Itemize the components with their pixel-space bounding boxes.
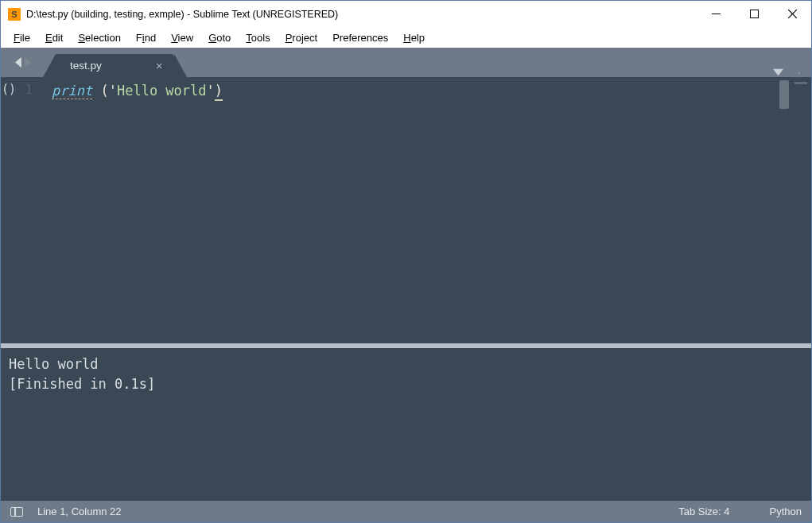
output-line: Hello world	[9, 356, 99, 372]
app-icon: S	[8, 8, 21, 21]
svg-rect-1	[750, 10, 758, 18]
fold-gutter[interactable]: ()	[1, 77, 17, 343]
window-title: D:\test.py (building, testing, exmple) -…	[26, 9, 697, 20]
menu-help[interactable]: Help	[396, 29, 432, 46]
nav-next-icon	[24, 57, 31, 68]
window-controls	[697, 1, 811, 27]
editor-scrollbar[interactable]	[779, 77, 790, 343]
menu-view[interactable]: View	[164, 29, 200, 46]
svg-marker-4	[15, 57, 21, 68]
tab-strip: test.py × ·	[1, 48, 811, 77]
tabs-dropdown-icon[interactable]	[773, 68, 783, 76]
token-paren-open: (	[100, 83, 108, 99]
line-number-gutter[interactable]: 1	[17, 77, 41, 343]
minimap[interactable]	[792, 77, 811, 343]
code-area[interactable]: print ('Hello world')	[41, 77, 779, 343]
tab-close-icon[interactable]: ×	[156, 60, 163, 72]
tab-test-py[interactable]: test.py ×	[56, 54, 174, 77]
output-line: [Finished in 0.1s]	[9, 376, 155, 392]
minimize-button[interactable]	[697, 1, 735, 27]
tab-nav-arrows[interactable]	[1, 48, 45, 77]
status-tab-size[interactable]: Tab Size: 4	[678, 506, 729, 517]
minimap-line	[795, 82, 807, 84]
nav-prev-icon	[15, 57, 22, 68]
token-quote: '	[207, 83, 215, 99]
menu-project[interactable]: Project	[278, 29, 324, 46]
menu-tools[interactable]: Tools	[239, 29, 277, 46]
maximize-button[interactable]	[735, 1, 773, 27]
titlebar[interactable]: S D:\test.py (building, testing, exmple)…	[1, 1, 811, 27]
menu-goto[interactable]: Goto	[201, 29, 238, 46]
menubar: File Edit Selection Find View Goto Tools…	[1, 27, 811, 48]
line-number: 1	[25, 82, 33, 97]
menu-selection[interactable]: Selection	[71, 29, 127, 46]
close-button[interactable]	[773, 1, 811, 27]
token-quote: '	[109, 83, 117, 99]
token-string: Hello world	[117, 83, 207, 99]
panel-switcher-icon[interactable]	[10, 507, 23, 517]
menu-preferences[interactable]: Preferences	[325, 29, 395, 46]
svg-marker-5	[25, 57, 31, 68]
token-function: print	[52, 83, 92, 99]
tabs-overflow-icon[interactable]: ·	[798, 68, 802, 77]
editor[interactable]: () 1 print ('Hello world')	[1, 77, 811, 343]
statusbar: Line 1, Column 22 Tab Size: 4 Python	[1, 501, 811, 522]
status-syntax[interactable]: Python	[770, 506, 802, 517]
menu-file[interactable]: File	[6, 29, 37, 46]
token-paren-close: )	[215, 83, 223, 101]
sublime-window: S D:\test.py (building, testing, exmple)…	[0, 0, 812, 523]
menu-find[interactable]: Find	[129, 29, 163, 46]
menu-edit[interactable]: Edit	[38, 29, 70, 46]
status-cursor-pos[interactable]: Line 1, Column 22	[37, 506, 122, 517]
build-output[interactable]: Hello world [Finished in 0.1s]	[1, 348, 811, 501]
scrollbar-thumb[interactable]	[779, 80, 789, 109]
tab-label: test.py	[70, 60, 102, 72]
svg-marker-6	[773, 69, 783, 76]
